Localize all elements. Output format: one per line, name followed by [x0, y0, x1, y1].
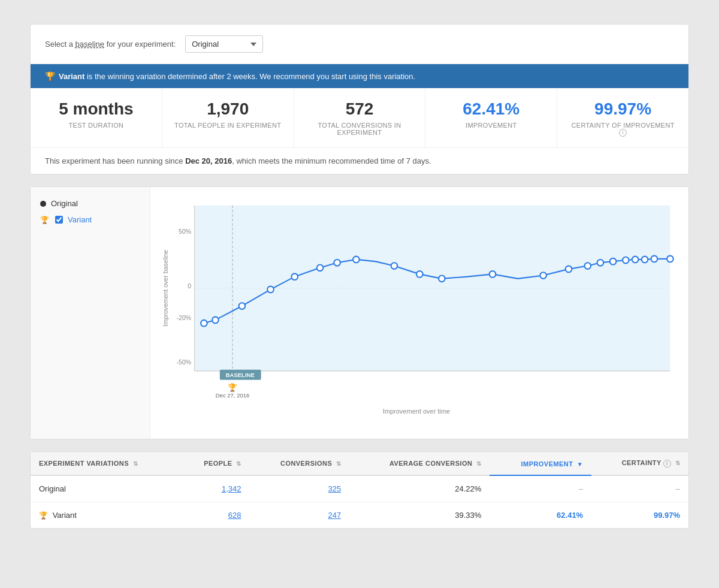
table-row: Original 1,342 325 24.22% – –	[31, 475, 688, 502]
data-point	[623, 257, 629, 264]
variant-checkbox[interactable]	[55, 216, 63, 224]
legend-original-label: Original	[51, 199, 78, 208]
data-point	[416, 271, 423, 278]
conversions-original-link[interactable]: 325	[328, 484, 341, 493]
winner-text: Variant is the winning variation determi…	[59, 72, 415, 81]
chart-svg-wrap: 50% 0 -20% -50% B	[156, 199, 676, 403]
svg-text:Dec 27, 2016: Dec 27, 2016	[216, 393, 250, 399]
cell-conversions-original: 325	[250, 475, 350, 502]
data-point	[439, 276, 445, 282]
table-head: EXPERIMENT VARIATIONS ⇅ PEOPLE ⇅ CONVERS…	[31, 452, 688, 475]
data-point	[353, 257, 360, 263]
stats-row: 5 months TEST DURATION 1,970 TOTAL PEOPL…	[31, 88, 688, 148]
row-trophy-icon: 🏆	[39, 511, 48, 520]
stat-improvement: 62.41% IMPROVEMENT	[425, 88, 557, 147]
stat-total-people: 1,970 TOTAL PEOPLE IN EXPERIMENT	[162, 88, 294, 147]
stat-value-conversions: 572	[306, 99, 413, 119]
th-variations[interactable]: EXPERIMENT VARIATIONS ⇅	[31, 452, 180, 475]
data-point	[391, 263, 398, 269]
sort-variations-icon: ⇅	[133, 460, 138, 467]
certainty-info-icon[interactable]: i	[619, 129, 627, 137]
th-certainty[interactable]: CERTAINTY i ⇅	[591, 452, 688, 475]
cell-avg-variant: 39.33%	[349, 502, 490, 528]
cell-people-original: 1,342	[180, 475, 249, 502]
cell-certainty-original: –	[591, 475, 688, 502]
winner-description: is the winning variation determined afte…	[87, 72, 415, 81]
stat-certainty: 99.97% CERTAINTY OF IMPROVEMENT i	[557, 88, 688, 147]
stat-value-duration: 5 months	[43, 99, 150, 119]
data-point	[585, 263, 591, 269]
data-point	[267, 287, 274, 293]
cell-variation-variant: 🏆 Variant	[31, 502, 180, 528]
legend-variant[interactable]: 🏆 Variant	[40, 215, 140, 224]
cell-avg-original: 24.22%	[349, 475, 490, 502]
variant-name: Variant	[53, 511, 77, 520]
th-improvement[interactable]: IMPROVEMENT ▼	[490, 452, 591, 475]
original-dot	[40, 201, 46, 207]
chart-x-label: Improvement over time	[156, 408, 676, 415]
stat-total-conversions: 572 TOTAL CONVERSIONS IN EXPERIMENT	[294, 88, 426, 147]
table-body: Original 1,342 325 24.22% – –	[31, 475, 688, 528]
data-point	[212, 317, 219, 324]
legend-panel: Original 🏆 Variant	[31, 187, 150, 439]
cell-improvement-original: –	[490, 475, 591, 502]
people-variant-link[interactable]: 628	[228, 511, 241, 520]
cell-conversions-variant: 247	[250, 502, 350, 528]
summary-card: Select a baseline for your experiment: O…	[30, 24, 689, 174]
baseline-row: Select a baseline for your experiment: O…	[31, 25, 688, 64]
stat-test-duration: 5 months TEST DURATION	[31, 88, 162, 147]
data-point	[597, 260, 604, 266]
chart-area: 50% 0 -20% -50% B	[150, 187, 688, 439]
chart-card: Original 🏆 Variant	[30, 186, 689, 439]
variant-trophy-icon: 🏆	[40, 216, 49, 224]
data-point	[632, 257, 639, 263]
stat-value-improvement: 62.41%	[437, 99, 545, 119]
data-point	[651, 256, 658, 263]
people-original-link[interactable]: 1,342	[222, 484, 241, 493]
sort-certainty-icon: ⇅	[675, 460, 680, 466]
th-people[interactable]: PEOPLE ⇅	[180, 452, 249, 475]
data-point	[540, 272, 546, 279]
data-point	[610, 258, 617, 265]
sort-avg-icon: ⇅	[476, 460, 481, 467]
stat-label-improvement: IMPROVEMENT	[437, 122, 545, 129]
chart-svg: 50% 0 -20% -50% B	[156, 199, 676, 403]
legend-variant-label: Variant	[68, 215, 92, 224]
stat-label-people: TOTAL PEOPLE IN EXPERIMENT	[174, 122, 282, 129]
experiment-start-date: Dec 20, 2016	[185, 156, 232, 165]
stat-label-certainty: CERTAINTY OF IMPROVEMENT i	[569, 122, 676, 137]
svg-text:-20%: -20%	[177, 314, 192, 321]
sort-conversions-icon: ⇅	[336, 460, 341, 467]
data-point	[642, 257, 648, 263]
table-card: EXPERIMENT VARIATIONS ⇅ PEOPLE ⇅ CONVERS…	[30, 451, 689, 529]
baseline-select[interactable]: Original Variant	[185, 35, 263, 53]
svg-text:Improvement over baseline: Improvement over baseline	[162, 250, 169, 327]
table-header-row: EXPERIMENT VARIATIONS ⇅ PEOPLE ⇅ CONVERS…	[31, 452, 688, 475]
stat-label-conversions: TOTAL CONVERSIONS IN EXPERIMENT	[306, 122, 413, 136]
data-point	[566, 266, 572, 273]
experiment-note: This experiment has been running since D…	[31, 148, 688, 174]
conversions-variant-link[interactable]: 247	[328, 511, 341, 520]
data-point	[667, 256, 673, 263]
svg-text:🏆: 🏆	[228, 383, 237, 393]
certainty-table-info-icon[interactable]: i	[663, 460, 671, 468]
legend-original[interactable]: Original	[40, 199, 140, 208]
stat-value-people: 1,970	[174, 99, 282, 119]
page-wrapper: Select a baseline for your experiment: O…	[30, 24, 689, 529]
th-conversions[interactable]: CONVERSIONS ⇅	[250, 452, 350, 475]
cell-variation-original: Original	[31, 475, 180, 502]
variations-table: EXPERIMENT VARIATIONS ⇅ PEOPLE ⇅ CONVERS…	[31, 452, 688, 528]
data-point	[291, 274, 298, 281]
svg-text:-50%: -50%	[177, 358, 192, 366]
th-avg-conversion[interactable]: AVERAGE CONVERSION ⇅	[349, 452, 490, 475]
svg-text:BASELINE: BASELINE	[226, 372, 255, 379]
stat-value-certainty: 99.97%	[569, 99, 676, 119]
baseline-link-text: baseline	[75, 40, 104, 49]
svg-text:50%: 50%	[179, 228, 192, 236]
cell-certainty-variant: 99.97%	[591, 502, 688, 528]
data-point	[490, 271, 496, 278]
cell-improvement-variant: 62.41%	[490, 502, 591, 528]
data-point	[317, 265, 324, 272]
table-row: 🏆 Variant 628 247 39.33% 62.41% 99.97%	[31, 502, 688, 528]
baseline-label: Select a baseline for your experiment:	[45, 40, 176, 49]
